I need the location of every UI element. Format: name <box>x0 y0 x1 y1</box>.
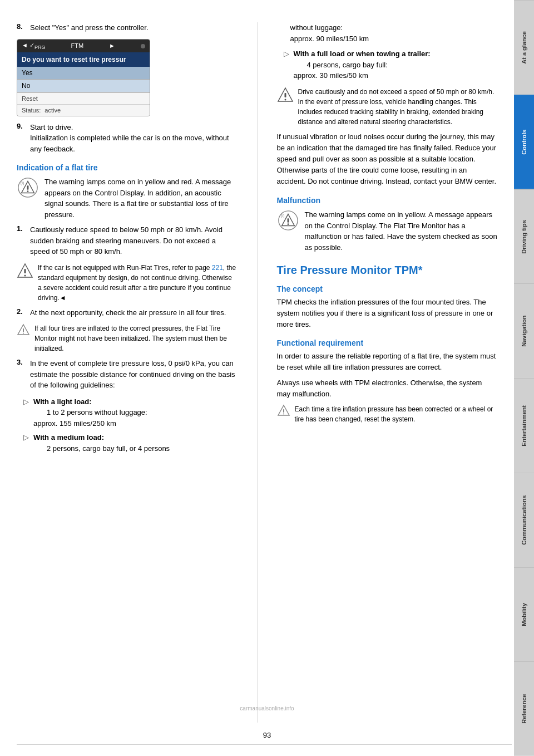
step-1-text: Cautiously reduce speed to below 50 mph … <box>30 224 238 257</box>
flat-tire-warning-icon: (i) <box>17 176 39 199</box>
ftm-prompt: Do you want to reset tire pressur <box>17 52 150 67</box>
sidebar-tab-mobility[interactable]: Mobility <box>514 567 534 662</box>
sidebar-tab-entertainment[interactable]: Entertainment <box>514 378 534 473</box>
step-1-number: 1. <box>17 224 27 257</box>
svg-rect-2 <box>27 185 29 190</box>
functional-req-text1: In order to assure the reliable reportin… <box>277 351 498 373</box>
svg-point-21 <box>283 414 284 415</box>
sidebar: At a glance Controls Driving tips Naviga… <box>514 0 534 756</box>
page-number: 93 <box>263 731 271 739</box>
svg-text:(i): (i) <box>280 214 284 219</box>
sidebar-tab-controls[interactable]: Controls <box>514 95 534 189</box>
step-9-number: 9. <box>17 122 27 155</box>
malfunction-warning-text: The warning lamps come on in yellow. A m… <box>305 209 498 253</box>
svg-rect-9 <box>23 328 24 332</box>
bullet-arrow-3: ▷ <box>284 48 290 81</box>
svg-rect-20 <box>283 409 284 413</box>
caution-triangle-icon <box>17 263 33 279</box>
watermark: carmanualsonline.info <box>240 705 294 711</box>
note-triangle-icon <box>17 323 30 337</box>
left-column: 8. Select "Yes" and press the controller… <box>17 22 238 723</box>
ftm-status-row: Status: active <box>17 104 150 116</box>
ftm-body: Do you want to reset tire pressur Yes No… <box>17 52 150 116</box>
main-content: 8. Select "Yes" and press the controller… <box>0 0 514 756</box>
sidebar-tab-driving-tips[interactable]: Driving tips <box>514 189 534 284</box>
svg-text:(i): (i) <box>21 180 24 185</box>
bullet-arrow-1: ▷ <box>23 396 30 429</box>
ftm-header-left: ◄ ✓PRG <box>22 42 45 50</box>
step-9: 9. Start to drive. Initialization is com… <box>17 122 238 155</box>
step-1: 1. Cautiously reduce speed to below 50 m… <box>17 224 238 257</box>
sidebar-tab-reference[interactable]: Reference <box>514 661 534 756</box>
step-2-text: At the next opportunity, check the air p… <box>30 307 238 318</box>
sidebar-tab-communications[interactable]: Communications <box>514 473 534 567</box>
step-2-number: 2. <box>17 307 27 318</box>
tpm-heading: Tire Pressure Monitor TPM* <box>277 264 498 277</box>
continuation-line1: without luggage: <box>290 23 343 32</box>
note-box-2: If all four tires are inflated to the co… <box>17 323 238 354</box>
step-3-number: 3. <box>17 358 27 391</box>
bullet-3: ▷ With a full load or when towing a trai… <box>284 48 498 81</box>
caution-triangle-main-icon <box>277 87 294 104</box>
svg-rect-12 <box>284 93 286 97</box>
step-8-text: Select "Yes" and press the controller. <box>30 22 238 33</box>
ftm-header-middle: FTM <box>71 42 83 49</box>
step-9-text: Start to drive. Initialization is comple… <box>30 122 238 155</box>
caution-1-text: If the car is not equipped with Run-Flat… <box>38 263 238 303</box>
caution-box-main: Drive cautiously and do not exceed a spe… <box>277 87 498 127</box>
step-2: 2. At the next opportunity, check the ai… <box>17 307 238 318</box>
ftm-option-yes[interactable]: Yes <box>17 67 150 80</box>
bullet-1-label: With a light load: <box>33 397 92 406</box>
unusual-text: If unusual vibration or loud noises occu… <box>277 131 498 188</box>
bullet-2: ▷ With a medium load: 2 persons, cargo b… <box>23 432 238 454</box>
note-box-final: Each time a tire inflation pressure has … <box>277 404 498 424</box>
ftm-header-right: ► <box>109 42 115 49</box>
bullet-3-content: With a full load or when towing a traile… <box>294 48 431 81</box>
ftm-option-no[interactable]: No <box>17 80 150 92</box>
malfunction-warning-box: (i) The warning lamps come on in yellow.… <box>277 209 498 253</box>
step-9-line1: Start to drive. <box>30 123 73 131</box>
svg-point-17 <box>287 223 289 225</box>
bullet-1-sub: 1 to 2 persons without luggage:approx. 1… <box>33 408 147 428</box>
caution-box-1: If the car is not equipped with Run-Flat… <box>17 263 238 303</box>
note-2-text: If all four tires are inflated to the co… <box>34 323 238 354</box>
functional-req-heading: Functional requirement <box>277 338 498 347</box>
concept-heading: The concept <box>277 284 498 293</box>
functional-req-text2: Always use wheels with TPM electronics. … <box>277 377 498 400</box>
bullet-2-content: With a medium load: 2 persons, cargo bay… <box>33 432 170 454</box>
concept-text: TPM checks the inflation pressures of th… <box>277 297 498 330</box>
ftm-display-box: ◄ ✓PRG FTM ► Do you want to reset tire p… <box>17 39 150 116</box>
ftm-status-label: Status: <box>22 107 41 114</box>
step-8: 8. Select "Yes" and press the controller… <box>17 22 238 33</box>
note-final-text: Each time a tire inflation pressure has … <box>295 404 498 424</box>
step-3: 3. In the event of complete tire pressur… <box>17 358 238 391</box>
step-9-line2: Initialization is completed while the ca… <box>30 134 229 153</box>
bullet-2-label: With a medium load: <box>33 433 104 441</box>
caution-main-text: Drive cautiously and do not exceed a spe… <box>298 87 498 127</box>
step-8-number: 8. <box>17 22 27 33</box>
svg-point-10 <box>23 333 24 334</box>
ftm-reset-row: Reset <box>17 92 150 104</box>
malfunction-heading: Malfunction <box>277 196 498 205</box>
bottom-border <box>17 744 512 745</box>
step-3-text: In the event of complete tire pressure l… <box>30 358 238 391</box>
caution-page-link[interactable]: 221 <box>212 264 223 272</box>
flat-tire-warning-box: (i) The warning lamps come on in yellow … <box>17 176 238 220</box>
ftm-dot-indicator <box>141 44 145 48</box>
bullet-1: ▷ With a light load: 1 to 2 persons with… <box>23 396 238 429</box>
svg-point-7 <box>24 274 26 276</box>
sidebar-tab-at-a-glance[interactable]: At a glance <box>514 0 534 95</box>
ftm-reset-label: Reset <box>22 95 38 102</box>
bullet-arrow-2: ▷ <box>23 432 30 454</box>
sidebar-tab-navigation[interactable]: Navigation <box>514 283 534 378</box>
note-triangle-final-icon <box>277 404 290 418</box>
svg-point-13 <box>284 99 286 100</box>
column-separator <box>257 22 258 723</box>
bullet-3-label: With a full load or when towing a traile… <box>294 50 431 58</box>
malfunction-warning-icon: (i) <box>277 209 299 232</box>
flat-tire-heading: Indication of a flat tire <box>17 163 238 172</box>
flat-tire-warning-text: The warning lamps come on in yellow and … <box>44 176 238 220</box>
ftm-status-value: active <box>44 107 61 114</box>
bullet-2-sub: 2 persons, cargo bay full, or 4 persons <box>47 444 170 453</box>
bullet-1-content: With a light load: 1 to 2 persons withou… <box>33 396 147 429</box>
